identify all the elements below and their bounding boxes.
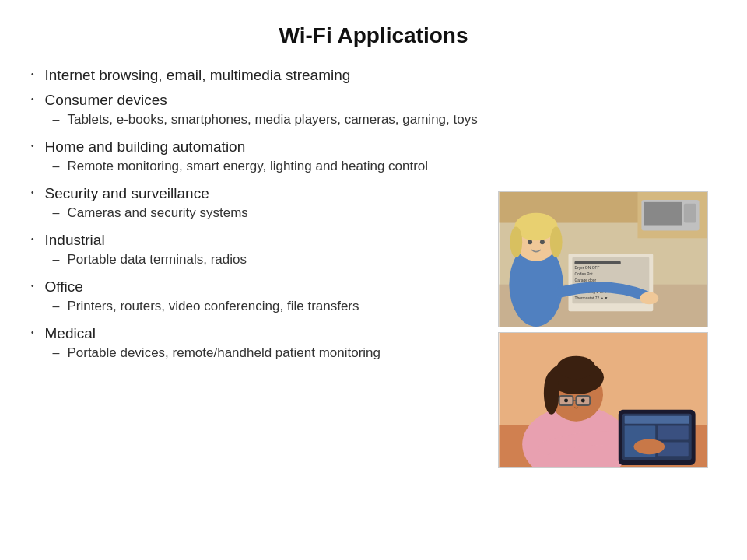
bullet-icon: • — [31, 93, 34, 106]
svg-point-42 — [634, 439, 665, 454]
item-content-consumer: Consumer devices–Tablets, e-books, smart… — [45, 92, 482, 131]
dash-icon: – — [53, 253, 60, 267]
svg-text:Thermostat  72 ▲▼: Thermostat 72 ▲▼ — [574, 296, 608, 300]
sub-item: –Printers, routers, video conferencing, … — [53, 299, 482, 314]
svg-point-20 — [550, 226, 563, 257]
item-content-industrial: Industrial–Portable data terminals, radi… — [45, 232, 482, 271]
sub-list-consumer: –Tablets, e-books, smartphones, media pl… — [53, 112, 482, 128]
list-item-medical: •Medical–Portable devices, remote/handhe… — [31, 325, 482, 364]
svg-point-19 — [510, 226, 522, 257]
dash-icon: – — [53, 206, 60, 220]
item-label-industrial: Industrial — [45, 232, 105, 248]
item-content-office: Office–Printers, routers, video conferen… — [45, 278, 482, 317]
item-content-medical: Medical–Portable devices, remote/handhel… — [45, 325, 482, 364]
sub-list-office: –Printers, routers, video conferencing, … — [53, 299, 482, 314]
svg-point-22 — [540, 240, 545, 244]
svg-point-23 — [640, 292, 658, 305]
dash-icon: – — [53, 159, 60, 173]
item-label-consumer: Consumer devices — [45, 92, 167, 108]
sub-item: –Remote monitoring, smart energy, lighti… — [53, 159, 482, 174]
dash-icon: – — [53, 113, 60, 127]
sub-item-text: Cameras and security systems — [67, 205, 247, 221]
sub-item-text: Printers, routers, video conferencing, f… — [67, 299, 359, 314]
main-list: •Internet browsing, email, multimedia st… — [31, 67, 482, 364]
list-item-industrial: •Industrial–Portable data terminals, rad… — [31, 232, 482, 271]
bullet-icon: • — [31, 233, 34, 246]
bullet-icon: • — [31, 187, 34, 199]
list-item-office: •Office–Printers, routers, video confere… — [31, 278, 482, 317]
svg-point-35 — [581, 399, 585, 403]
svg-rect-38 — [625, 416, 689, 424]
sub-item-text: Portable devices, remote/handheld patien… — [67, 345, 381, 361]
list-item-consumer: •Consumer devices–Tablets, e-books, smar… — [31, 92, 482, 131]
sub-item-text: Tablets, e-books, smartphones, media pla… — [67, 112, 477, 128]
svg-rect-5 — [684, 204, 696, 223]
slide: Wi-Fi Applications •Internet browsing, e… — [0, 0, 747, 560]
sub-list-industrial: –Portable data terminals, radios — [53, 252, 482, 268]
list-item-home: •Home and building automation–Remote mon… — [31, 138, 482, 177]
content-area: •Internet browsing, email, multimedia st… — [31, 67, 716, 537]
item-label-home: Home and building automation — [45, 138, 246, 155]
images-column: Dryer ON OFF Coffee Pot Garage door Ligh… — [498, 67, 716, 537]
sub-list-security: –Cameras and security systems — [53, 205, 482, 221]
bullet-icon: • — [31, 140, 34, 152]
list-item-internet: •Internet browsing, email, multimedia st… — [31, 67, 482, 84]
sub-item: –Tablets, e-books, smartphones, media pl… — [53, 112, 482, 128]
svg-rect-40 — [658, 426, 689, 440]
svg-text:Garage door: Garage door — [574, 278, 596, 282]
sub-item-text: Portable data terminals, radios — [67, 252, 247, 268]
item-label-medical: Medical — [45, 325, 96, 341]
sub-item: –Portable devices, remote/handheld patie… — [53, 345, 482, 361]
item-label-office: Office — [45, 278, 83, 295]
svg-point-30 — [557, 356, 595, 380]
list-item-security: •Security and surveillance–Cameras and s… — [31, 185, 482, 224]
image-tablet-user — [498, 332, 708, 468]
page-title: Wi-Fi Applications — [31, 23, 716, 48]
sub-item: –Portable data terminals, radios — [53, 252, 482, 268]
sub-item: –Cameras and security systems — [53, 205, 482, 221]
sub-list-medical: –Portable devices, remote/handheld patie… — [53, 345, 482, 361]
dash-icon: – — [53, 346, 60, 360]
svg-rect-9 — [574, 261, 620, 264]
svg-point-29 — [544, 371, 559, 414]
svg-text:Dryer     ON OFF: Dryer ON OFF — [574, 266, 599, 270]
item-label-security: Security and surveillance — [45, 185, 209, 201]
svg-rect-4 — [644, 202, 682, 226]
item-content-internet: Internet browsing, email, multimedia str… — [45, 67, 482, 84]
image-home-automation: Dryer ON OFF Coffee Pot Garage door Ligh… — [498, 191, 708, 327]
bullet-icon: • — [31, 327, 34, 339]
sub-item-text: Remote monitoring, smart energy, lightin… — [67, 159, 428, 174]
dash-icon: – — [53, 299, 60, 313]
item-content-security: Security and surveillance–Cameras and se… — [45, 185, 482, 224]
svg-point-34 — [564, 399, 568, 403]
item-label-internet: Internet browsing, email, multimedia str… — [45, 67, 351, 83]
svg-point-21 — [528, 240, 532, 244]
bullet-icon: • — [31, 68, 34, 81]
text-column: •Internet browsing, email, multimedia st… — [31, 67, 498, 537]
sub-list-home: –Remote monitoring, smart energy, lighti… — [53, 159, 482, 174]
svg-text:Coffee Pot: Coffee Pot — [574, 272, 593, 276]
item-content-home: Home and building automation–Remote moni… — [45, 138, 482, 177]
bullet-icon: • — [31, 280, 34, 292]
